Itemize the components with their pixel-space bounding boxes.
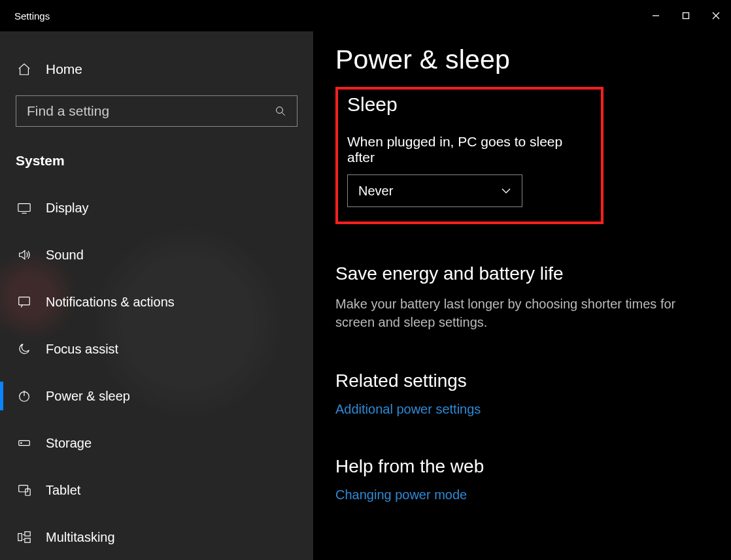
sleep-timeout-dropdown[interactable]: Never — [347, 174, 522, 207]
sidebar-item-label: Focus assist — [46, 342, 118, 357]
maximize-icon — [682, 12, 690, 20]
link-changing-power-mode[interactable]: Changing power mode — [335, 487, 705, 502]
sidebar-item-storage[interactable]: Storage — [0, 420, 313, 467]
svg-rect-8 — [19, 297, 30, 305]
sidebar-item-label: Storage — [46, 436, 92, 451]
sidebar-group-label: System — [0, 127, 313, 184]
sidebar-item-focus-assist[interactable]: Focus assist — [0, 325, 313, 372]
svg-rect-15 — [18, 534, 22, 541]
maximize-button[interactable] — [671, 3, 701, 29]
sidebar-item-tablet[interactable]: Tablet — [0, 467, 313, 514]
related-heading: Related settings — [335, 371, 705, 391]
help-heading: Help from the web — [335, 456, 705, 477]
multitasking-icon — [17, 530, 31, 544]
svg-rect-17 — [25, 538, 30, 542]
sidebar-item-label: Notifications & actions — [46, 295, 175, 310]
display-icon — [17, 201, 31, 215]
tablet-icon — [17, 483, 31, 497]
sidebar-nav: Display Sound Notifications & actions — [0, 184, 313, 560]
sleep-field-label: When plugged in, PC goes to sleep after — [347, 134, 592, 165]
minimize-icon — [652, 12, 660, 20]
svg-rect-1 — [683, 13, 689, 19]
minimize-button[interactable] — [641, 3, 671, 29]
sidebar-item-label: Sound — [46, 248, 84, 263]
energy-heading: Save energy and battery life — [335, 263, 705, 284]
close-icon — [712, 12, 720, 20]
sidebar-item-label: Multitasking — [46, 530, 115, 545]
content-pane: Power & sleep Sleep When plugged in, PC … — [313, 31, 731, 560]
sleep-section-highlight: Sleep When plugged in, PC goes to sleep … — [335, 87, 604, 224]
svg-line-5 — [282, 112, 285, 116]
nav-home[interactable]: Home — [0, 55, 313, 95]
storage-icon — [17, 436, 31, 450]
sound-icon — [17, 248, 31, 262]
sidebar-item-label: Tablet — [46, 483, 80, 498]
sidebar-item-notifications[interactable]: Notifications & actions — [0, 278, 313, 325]
sidebar-item-sound[interactable]: Sound — [0, 231, 313, 278]
svg-rect-6 — [18, 204, 30, 212]
search-input[interactable] — [16, 95, 298, 127]
help-section: Help from the web Changing power mode — [335, 456, 705, 502]
search-icon — [275, 105, 286, 117]
sidebar: Home System Display — [0, 31, 313, 560]
titlebar: Settings — [0, 0, 731, 31]
svg-point-4 — [277, 107, 283, 114]
power-icon — [17, 389, 31, 403]
nav-home-label: Home — [46, 61, 82, 77]
chevron-down-icon — [501, 186, 511, 196]
sidebar-item-multitasking[interactable]: Multitasking — [0, 514, 313, 560]
sidebar-item-display[interactable]: Display — [0, 184, 313, 231]
focus-assist-icon — [17, 342, 31, 356]
page-title: Power & sleep — [335, 44, 705, 75]
search-field[interactable] — [27, 103, 275, 119]
sleep-heading: Sleep — [347, 93, 592, 116]
energy-section: Save energy and battery life Make your b… — [335, 263, 705, 331]
notifications-icon — [17, 295, 31, 309]
sidebar-item-label: Power & sleep — [46, 389, 130, 404]
sidebar-item-power-sleep[interactable]: Power & sleep — [0, 372, 313, 420]
related-section: Related settings Additional power settin… — [335, 371, 705, 417]
energy-body: Make your battery last longer by choosin… — [335, 295, 702, 331]
svg-point-12 — [21, 442, 22, 443]
sidebar-item-label: Display — [46, 201, 89, 216]
sleep-timeout-value: Never — [358, 184, 393, 199]
home-icon — [17, 62, 31, 76]
svg-rect-16 — [25, 532, 30, 536]
window-controls — [641, 3, 731, 29]
link-additional-power-settings[interactable]: Additional power settings — [335, 402, 705, 417]
window-title: Settings — [0, 10, 50, 22]
close-button[interactable] — [701, 3, 731, 29]
